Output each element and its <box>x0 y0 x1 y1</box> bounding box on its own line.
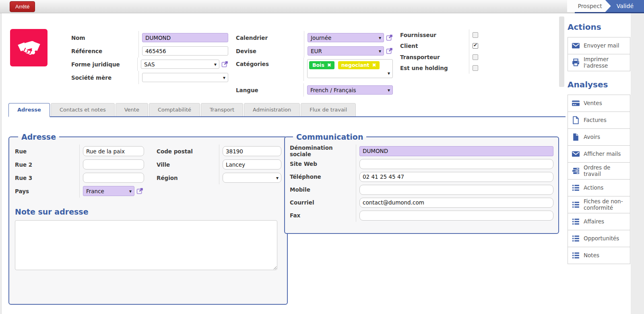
avoirs-button[interactable]: Avoirs <box>568 128 630 146</box>
file-outline-icon <box>572 116 580 124</box>
calendrier-label: Calendrier <box>236 35 304 41</box>
pays-select[interactable]: France <box>83 186 134 196</box>
langue-select[interactable]: French / Français <box>307 85 393 95</box>
form-group-flags: Fournisseur Client Transporteur Est une … <box>400 29 481 74</box>
communication-fieldset: Communication Dénomination sociale DUMON… <box>284 132 559 234</box>
region-select[interactable] <box>223 173 281 183</box>
communication-legend: Communication <box>293 132 366 141</box>
nom-input[interactable]: DUMOND <box>142 33 228 42</box>
tab-transport[interactable]: Transport <box>201 103 243 116</box>
factures-button[interactable]: Factures <box>568 112 630 129</box>
rue-label: Rue <box>15 148 79 155</box>
region-label: Région <box>157 175 219 181</box>
site-web-label: Site Web <box>290 161 356 167</box>
fax-label: Fax <box>290 212 356 219</box>
tab-vente[interactable]: Vente <box>116 103 148 116</box>
analyses-group: Ventes Factures Avoirs Afficher mails Or… <box>568 95 630 264</box>
open-record-icon[interactable] <box>221 61 228 68</box>
afficher-mails-button[interactable]: Afficher mails <box>568 145 630 163</box>
telephone-input[interactable]: 02 41 25 45 47 <box>359 172 553 182</box>
note-sur-adresse-title: Note sur adresse <box>15 207 281 216</box>
affaires-button[interactable]: Affaires <box>568 213 630 230</box>
status-valide[interactable]: Validé <box>605 0 644 12</box>
remove-tag-icon[interactable]: ✖ <box>372 62 376 68</box>
list-icon <box>572 200 580 209</box>
fournisseur-checkbox[interactable] <box>473 32 478 38</box>
tab-administration[interactable]: Administration <box>244 103 300 116</box>
rue2-input[interactable] <box>83 159 144 169</box>
denomination-label: Dénomination sociale <box>290 145 356 157</box>
actions-group: Envoyer mail Imprimer l'adresse <box>568 37 630 71</box>
reference-input[interactable]: 465456 <box>142 46 228 56</box>
tab-flux-de-travail[interactable]: Flux de travail <box>301 103 356 116</box>
rue2-label: Rue 2 <box>15 161 79 168</box>
code-postal-label: Code postal <box>157 148 219 155</box>
adresse-legend: Adresse <box>18 132 59 141</box>
file-filled-icon <box>572 133 580 141</box>
tab-contacts-et-notes[interactable]: Contacts et notes <box>51 103 115 116</box>
imprimer-adresse-button[interactable]: Imprimer l'adresse <box>568 54 630 71</box>
stack-icon <box>572 167 580 175</box>
societe-mere-select[interactable] <box>142 73 228 82</box>
status-prospect[interactable]: Prospect <box>567 0 611 12</box>
devise-label: Devise <box>236 48 304 54</box>
main-panel: Nom DUMOND Référence 465456 Forme juridi… <box>1 13 566 314</box>
scrollbar-thumb[interactable] <box>559 17 564 87</box>
tab-adresse[interactable]: Adresse <box>8 103 50 117</box>
langue-label: Langue <box>236 87 303 93</box>
transporteur-checkbox[interactable] <box>473 54 478 60</box>
notebook-tabs: Adresse Contacts et notes Vente Comptabi… <box>8 103 566 117</box>
remove-tag-icon[interactable]: ✖ <box>327 62 331 68</box>
open-record-icon[interactable] <box>386 48 393 54</box>
fiches-non-conformite-button[interactable]: Fiches de non-conformité <box>568 196 630 213</box>
opportunites-button[interactable]: Opportunités <box>568 230 630 247</box>
ville-input[interactable]: Lancey <box>223 159 281 169</box>
forme-juridique-select[interactable]: SAS <box>141 60 219 69</box>
telephone-label: Téléphone <box>290 174 356 180</box>
category-tag: negociant✖ <box>338 61 380 69</box>
holding-checkbox[interactable] <box>473 65 478 71</box>
status-underline <box>575 12 644 13</box>
form-group-identity: Nom DUMOND Référence 465456 Forme juridi… <box>71 31 228 84</box>
client-checkbox[interactable] <box>473 43 478 49</box>
adresse-col-right: Code postal 38190 Ville Lancey Région <box>157 145 281 198</box>
tab-comptabilite[interactable]: Comptabilité <box>149 103 200 116</box>
code-postal-input[interactable]: 38190 <box>223 146 281 156</box>
printer-icon <box>572 58 580 67</box>
ordres-de-travail-button[interactable]: Ordres de travail <box>568 162 630 180</box>
handshake-icon <box>16 35 42 61</box>
denomination-input[interactable]: DUMOND <box>359 146 553 156</box>
envoyer-mail-button[interactable]: Envoyer mail <box>568 37 630 54</box>
transporteur-label: Transporteur <box>400 54 469 60</box>
rue-input[interactable]: Rue de la paix <box>83 146 144 156</box>
categories-tagbox[interactable]: Bois✖ negociant✖ <box>307 59 393 78</box>
notes-button[interactable]: Notes <box>568 247 630 264</box>
list-icon <box>572 251 580 260</box>
open-record-icon[interactable] <box>386 34 393 41</box>
rue3-label: Rue 3 <box>15 175 79 181</box>
mail-icon <box>572 150 580 158</box>
calendrier-select[interactable]: Journée <box>308 33 384 42</box>
category-tag: Bois✖ <box>309 61 334 69</box>
actions-title: Actions <box>568 22 631 32</box>
mobile-input[interactable] <box>359 185 553 195</box>
stop-button[interactable]: Arrêté <box>10 1 35 12</box>
card-icon <box>572 99 580 107</box>
site-web-input[interactable] <box>359 159 553 169</box>
status-bar: Prospect Validé <box>567 0 644 12</box>
nom-label: Nom <box>71 35 138 41</box>
open-record-icon[interactable] <box>136 188 143 194</box>
pays-label: Pays <box>15 188 79 194</box>
fax-input[interactable] <box>359 211 553 221</box>
analyses-title: Analyses <box>568 80 631 89</box>
devise-select[interactable]: EUR <box>308 46 384 56</box>
action-sidebar: Actions Envoyer mail Imprimer l'adresse … <box>566 13 631 314</box>
ventes-button[interactable]: Ventes <box>568 95 630 112</box>
actions-button[interactable]: Actions <box>568 179 630 196</box>
rue3-input[interactable] <box>83 173 144 183</box>
adresse-col-left: Rue Rue de la paix Rue 2 Rue 3 Pays Fran… <box>15 145 151 198</box>
categories-label: Catégories <box>236 61 303 67</box>
courriel-input[interactable]: contact@dumond.com <box>359 198 553 208</box>
note-sur-adresse-textarea[interactable] <box>15 220 277 270</box>
list-icon <box>572 184 580 192</box>
